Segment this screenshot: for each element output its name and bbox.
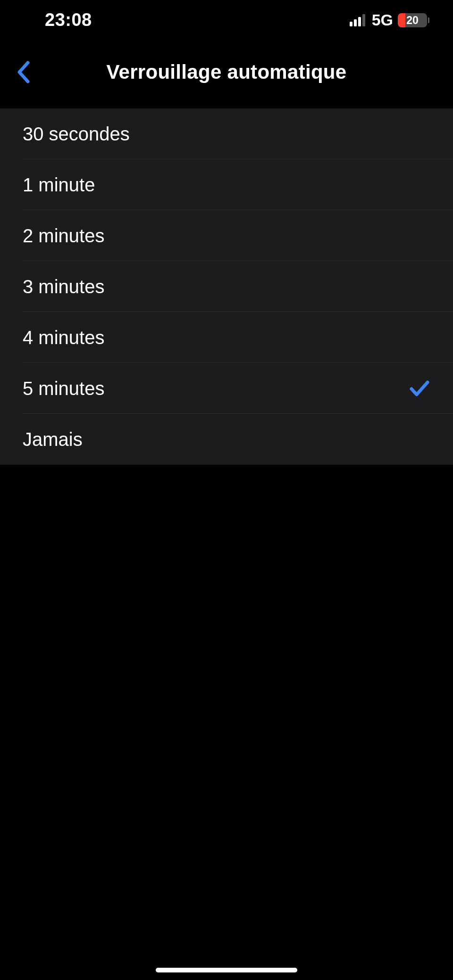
status-bar: 23:08 5G 20: [0, 0, 453, 40]
page-title: Verrouillage automatique: [9, 61, 444, 83]
status-indicators: 5G 20: [350, 11, 429, 29]
checkmark-icon: [409, 378, 430, 399]
navigation-bar: Verrouillage automatique: [0, 40, 453, 104]
option-label: Jamais: [23, 429, 83, 450]
battery-icon: 20: [398, 13, 429, 27]
options-list: 30 secondes1 minute2 minutes3 minutes4 m…: [0, 108, 453, 465]
back-button[interactable]: [9, 58, 38, 86]
option-label: 2 minutes: [23, 225, 104, 247]
battery-level: 20: [398, 13, 427, 27]
option-row[interactable]: Jamais: [0, 414, 453, 465]
option-row[interactable]: 30 secondes: [0, 108, 453, 159]
network-type: 5G: [372, 11, 393, 29]
option-label: 30 secondes: [23, 124, 130, 145]
status-time: 23:08: [45, 10, 92, 30]
option-row[interactable]: 1 minute: [0, 159, 453, 210]
cellular-signal-icon: [350, 14, 365, 26]
option-label: 3 minutes: [23, 276, 104, 297]
home-indicator[interactable]: [156, 968, 297, 972]
option-row[interactable]: 2 minutes: [0, 210, 453, 261]
chevron-left-icon: [17, 61, 31, 83]
option-label: 4 minutes: [23, 327, 104, 348]
option-label: 5 minutes: [23, 378, 104, 399]
option-row[interactable]: 3 minutes: [0, 261, 453, 312]
option-row[interactable]: 4 minutes: [0, 312, 453, 363]
option-label: 1 minute: [23, 174, 95, 196]
option-row[interactable]: 5 minutes: [0, 363, 453, 414]
